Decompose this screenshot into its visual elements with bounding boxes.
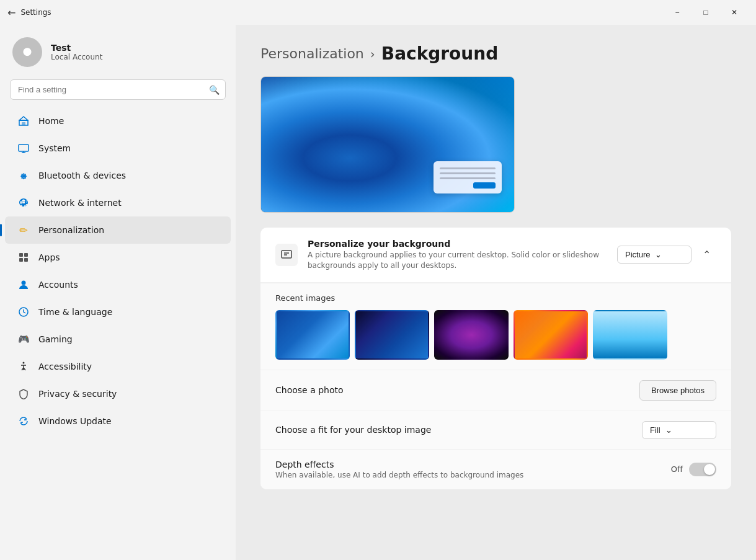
sidebar-item-label-time: Time & language [38, 307, 112, 317]
user-subtitle: Local Account [51, 53, 102, 61]
sidebar-item-bluetooth[interactable]: ⎈ Bluetooth & devices [5, 162, 231, 189]
sidebar-item-label-privacy: Privacy & security [38, 389, 117, 399]
sidebar-item-label-accessibility: Accessibility [38, 362, 92, 371]
recent-image-5[interactable] [593, 310, 667, 360]
sidebar-item-system[interactable]: System [5, 135, 231, 162]
search-input[interactable] [10, 79, 226, 100]
svg-rect-8 [24, 258, 28, 262]
breadcrumb-separator: › [370, 47, 375, 61]
sidebar-item-apps[interactable]: Apps [5, 244, 231, 271]
sidebar-item-accessibility[interactable]: Accessibility [5, 353, 231, 380]
accounts-icon [17, 278, 30, 291]
svg-rect-12 [282, 251, 291, 258]
personalize-title: Personalize your background [308, 239, 607, 249]
sidebar-item-label-system: System [38, 143, 71, 153]
recent-image-2[interactable] [355, 310, 429, 360]
sidebar-item-label-network: Network & internet [38, 198, 122, 208]
sidebar-item-network[interactable]: Network & internet [5, 189, 231, 216]
dialog-line-2 [440, 172, 496, 174]
sidebar-item-personalization[interactable]: ✏ Personalization [5, 216, 231, 244]
sidebar-item-home[interactable]: Home [5, 107, 231, 135]
recent-images-grid [275, 310, 716, 360]
personalize-desc: A picture background applies to your cur… [308, 250, 607, 271]
sidebar-item-accounts[interactable]: Accounts [5, 271, 231, 298]
preview-dialog [434, 161, 502, 193]
svg-point-11 [23, 362, 25, 364]
fit-section: Choose a fit for your desktop image Fill… [260, 411, 731, 450]
personalize-info: Personalize your background A picture ba… [308, 239, 607, 271]
fit-label: Choose a fit for your desktop image [275, 425, 431, 435]
recent-image-3[interactable] [434, 310, 509, 360]
sidebar-item-time[interactable]: Time & language [5, 298, 231, 326]
sidebar-item-label-accounts: Accounts [38, 280, 78, 290]
fit-dropdown[interactable]: Fill ⌄ [642, 421, 716, 439]
minimize-button[interactable]: − [663, 2, 692, 22]
avatar-icon: ⚫ [20, 42, 34, 63]
chevron-down-icon: ⌄ [655, 250, 662, 259]
dialog-line-1 [440, 167, 496, 169]
time-icon [17, 306, 30, 318]
svg-rect-6 [24, 253, 28, 257]
recent-images-label: Recent images [275, 293, 716, 303]
sidebar-item-gaming[interactable]: 🎮 Gaming [5, 326, 231, 353]
maximize-button[interactable]: □ [692, 2, 720, 22]
sidebar-item-label-update: Windows Update [38, 416, 112, 426]
svg-rect-5 [19, 253, 23, 257]
breadcrumb-current: Background [381, 43, 498, 64]
depth-info: Depth effects When available, use AI to … [275, 460, 671, 479]
recent-image-4[interactable] [514, 310, 588, 360]
breadcrumb: Personalization › Background [260, 43, 731, 64]
depth-desc: When available, use AI to add depth effe… [275, 471, 671, 479]
main-content: Personalization › Background Persona [236, 25, 756, 560]
personalize-icon [275, 244, 298, 266]
depth-effects-toggle[interactable] [689, 463, 716, 476]
avatar: ⚫ [12, 37, 42, 67]
toggle-label: Off [671, 464, 683, 474]
user-name: Test [51, 43, 102, 53]
system-icon [17, 142, 30, 154]
window-controls: − □ ✕ [663, 2, 749, 22]
sidebar-item-label-personalization: Personalization [38, 225, 104, 235]
personalize-control: Picture ⌄ ⌃ [617, 245, 716, 265]
search-box: 🔍 [10, 79, 226, 100]
depth-title: Depth effects [275, 460, 671, 469]
browse-photos-button[interactable]: Browse photos [639, 380, 716, 401]
gaming-icon: 🎮 [17, 333, 30, 345]
privacy-icon [17, 388, 30, 400]
depth-effects-section: Depth effects When available, use AI to … [260, 450, 731, 489]
bluetooth-icon: ⎈ [17, 169, 30, 182]
background-preview [260, 76, 515, 213]
recent-images-section: Recent images [260, 283, 731, 370]
svg-rect-2 [19, 144, 29, 151]
collapse-button[interactable]: ⌃ [696, 245, 716, 265]
dialog-button [473, 182, 496, 189]
personalization-icon: ✏ [17, 224, 30, 236]
nav-list: Home System ⎈ Bluetooth & devices Networ… [0, 107, 236, 560]
settings-card: Personalize your background A picture ba… [260, 228, 731, 489]
sidebar: ⚫ Test Local Account 🔍 Home [0, 25, 236, 560]
close-button[interactable]: ✕ [720, 2, 749, 22]
user-profile[interactable]: ⚫ Test Local Account [0, 25, 236, 79]
search-icon: 🔍 [209, 85, 220, 95]
sidebar-item-label-gaming: Gaming [38, 334, 73, 344]
sidebar-item-label-apps: Apps [38, 252, 60, 262]
breadcrumb-parent[interactable]: Personalization [260, 46, 364, 61]
toggle-wrap: Off [671, 463, 716, 476]
personalize-section: Personalize your background A picture ba… [260, 228, 731, 283]
svg-point-9 [22, 281, 26, 285]
user-info: Test Local Account [51, 43, 102, 61]
expanded-section: Recent images Choose a photo Browse phot… [260, 283, 731, 489]
back-icon[interactable]: ← [7, 7, 16, 19]
svg-rect-1 [22, 122, 25, 125]
background-type-dropdown[interactable]: Picture ⌄ [617, 246, 692, 264]
sidebar-item-privacy[interactable]: Privacy & security [5, 380, 231, 407]
fit-dropdown-value: Fill [650, 425, 660, 435]
choose-photo-section: Choose a photo Browse photos [260, 370, 731, 411]
recent-image-1[interactable] [275, 310, 350, 360]
sidebar-item-label-home: Home [38, 116, 64, 126]
sidebar-item-label-bluetooth: Bluetooth & devices [38, 171, 126, 180]
dialog-line-3 [440, 177, 496, 179]
network-icon [17, 197, 30, 209]
choose-photo-label: Choose a photo [275, 385, 344, 395]
sidebar-item-update[interactable]: Windows Update [5, 407, 231, 435]
